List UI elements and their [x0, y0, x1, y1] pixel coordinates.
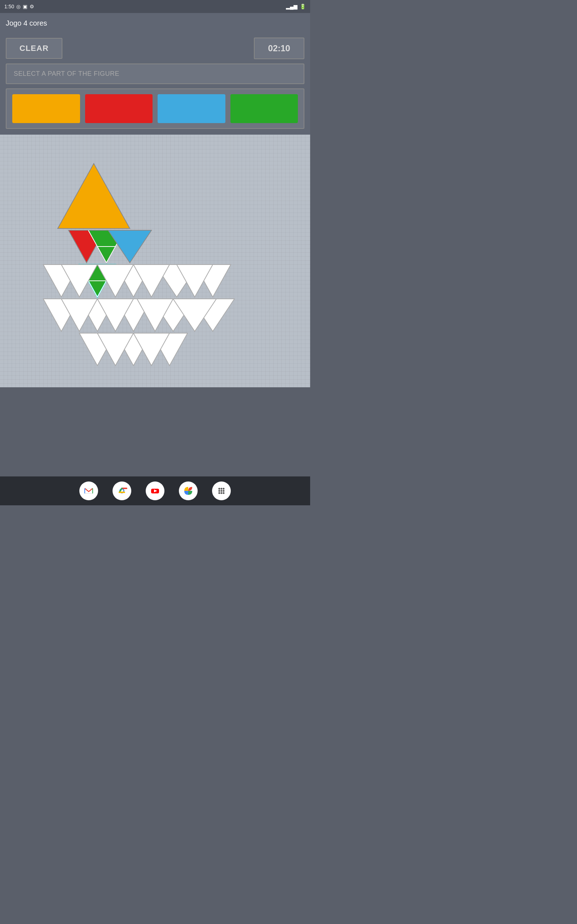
color-swatch-green[interactable] [230, 94, 298, 123]
app-title: Jogo 4 cores [6, 19, 47, 27]
app-bar: Jogo 4 cores [0, 13, 310, 33]
nav-photos[interactable] [179, 481, 198, 500]
bottom-nav [0, 477, 310, 505]
svg-point-22 [219, 492, 220, 494]
svg-point-21 [223, 490, 225, 492]
settings-icon: ⚙ [29, 3, 34, 10]
nav-gmail[interactable] [79, 481, 98, 500]
clear-button[interactable]: CLEAR [6, 38, 62, 59]
top-controls: CLEAR 02:10 [6, 37, 305, 59]
battery-icon: 🔋 [300, 3, 306, 10]
triangle-yellow-top[interactable] [58, 163, 130, 228]
svg-point-20 [221, 490, 222, 492]
svg-point-17 [221, 488, 222, 490]
status-bar: 1:50 ◎ ▣ ⚙ ▂▄▆ 🔋 [0, 0, 310, 13]
signal-icon: ▂▄▆ [286, 3, 298, 10]
timer-display: 02:10 [254, 37, 305, 59]
nav-apps[interactable] [212, 481, 231, 500]
location-icon: ◎ [16, 3, 21, 10]
game-canvas [0, 135, 310, 387]
nav-chrome[interactable] [113, 481, 131, 500]
game-area[interactable] [0, 135, 310, 387]
sd-icon: ▣ [23, 3, 27, 10]
color-swatch-red[interactable] [85, 94, 153, 123]
svg-point-19 [219, 490, 220, 492]
svg-point-18 [223, 488, 225, 490]
nav-youtube[interactable] [146, 481, 164, 500]
controls-panel: CLEAR 02:10 SELECT A PART OF THE FIGURE [0, 33, 310, 135]
status-left: 1:50 ◎ ▣ ⚙ [4, 3, 34, 10]
color-swatch-blue[interactable] [158, 94, 226, 123]
svg-point-16 [219, 488, 220, 490]
status-right: ▂▄▆ 🔋 [286, 3, 306, 10]
svg-point-23 [221, 492, 222, 494]
time-display: 1:50 [4, 3, 14, 10]
svg-point-24 [223, 492, 225, 494]
color-palette [6, 89, 305, 129]
color-swatch-yellow[interactable] [12, 94, 80, 123]
select-prompt: SELECT A PART OF THE FIGURE [6, 63, 305, 84]
